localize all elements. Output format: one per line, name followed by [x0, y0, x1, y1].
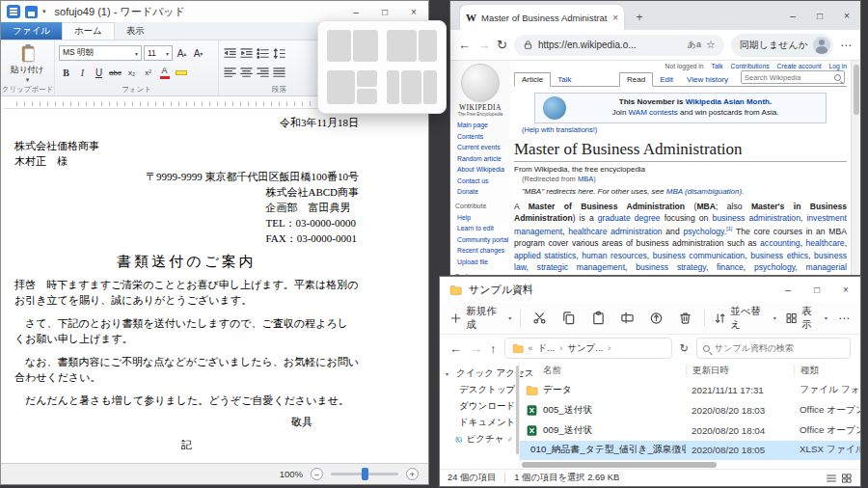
font-size-combobox[interactable]: 11 ▾ [144, 45, 173, 61]
table-row[interactable]: データ 2021/11/11 17:31 ファイル フォルダー [520, 381, 860, 401]
sidebar-link[interactable]: Current events [457, 142, 510, 153]
copy-button[interactable] [558, 308, 579, 329]
browser-menu-icon[interactable]: ⋯ [840, 39, 853, 52]
tab-talk[interactable]: Talk [551, 73, 578, 86]
sidebar-link[interactable]: Random article [457, 153, 510, 165]
back-button[interactable]: ← [449, 341, 462, 356]
view-button[interactable]: 表示 ▾ [785, 305, 827, 332]
explorer-search-box[interactable] [696, 338, 851, 359]
increase-indent-icon[interactable] [239, 46, 254, 61]
tab-home[interactable]: ホーム [62, 22, 115, 40]
help-translations-link[interactable]: (Help with translations!) [522, 125, 847, 134]
close-button[interactable]: × [399, 1, 428, 22]
breadcrumb-overflow-icon[interactable]: « [529, 343, 533, 353]
page-scrollbar[interactable] [851, 61, 860, 275]
column-header-name[interactable]: 名前 [520, 365, 686, 377]
quick-access-item[interactable]: ▾ クイック アクセス [440, 366, 519, 382]
sidebar-link[interactable]: Donate [457, 186, 510, 198]
horizontal-scrollbar[interactable] [520, 460, 860, 469]
address-bar[interactable]: https://en.wikipedia.o... あa ☆ [514, 35, 724, 56]
asian-month-banner[interactable]: This November is Wikipedia Asian Month. … [534, 93, 827, 123]
translate-icon[interactable]: あa [688, 39, 701, 51]
justify-icon[interactable] [272, 66, 286, 80]
maximize-button[interactable]: □ [370, 1, 399, 22]
wikipedia-globe-logo[interactable] [461, 64, 500, 102]
refresh-button[interactable]: ↻ [497, 38, 507, 52]
breadcrumb-item[interactable]: ド... [538, 342, 556, 355]
tab-close-icon[interactable]: × [612, 13, 618, 23]
subscript-button[interactable]: x₂ [124, 65, 139, 80]
sidebar-link[interactable]: Help [457, 212, 510, 224]
save-icon[interactable] [25, 6, 38, 18]
minimize-button[interactable]: – [773, 277, 802, 302]
snap-layout-three-columns[interactable] [386, 69, 439, 105]
underline-button[interactable]: U [92, 65, 106, 80]
quick-access-dropdown-icon[interactable]: ▾ [42, 8, 46, 15]
new-button[interactable]: 新規作成 ▾ [449, 305, 511, 332]
strikethrough-button[interactable]: abc [108, 65, 122, 80]
sync-profile-button[interactable]: 同期しませんか [731, 34, 833, 57]
align-left-icon[interactable] [223, 66, 237, 80]
rename-button[interactable] [617, 308, 637, 329]
up-button[interactable]: ↑ [490, 341, 497, 356]
sidebar-link[interactable]: Upload file [457, 257, 510, 268]
minimize-button[interactable]: – [341, 1, 370, 22]
bold-button[interactable]: B [59, 65, 73, 80]
sidebar-link[interactable]: Recent changes [457, 245, 510, 257]
favorite-star-icon[interactable]: ☆ [706, 39, 716, 51]
align-right-icon[interactable] [256, 66, 270, 80]
line-spacing-icon[interactable] [272, 46, 286, 61]
superscript-button[interactable]: x² [141, 65, 155, 80]
delete-button[interactable] [675, 308, 695, 329]
see-more-icon[interactable]: ⋯ [838, 312, 851, 325]
back-button[interactable]: ← [458, 38, 471, 52]
list-icon[interactable] [256, 46, 270, 61]
tab-view[interactable]: 表示 [115, 22, 156, 40]
sidebar-item-pictures[interactable]: ピクチャ [440, 431, 519, 447]
sidebar-link[interactable]: Learn to edit [457, 223, 510, 234]
wiki-search-input[interactable] [745, 73, 831, 82]
minimize-button[interactable]: – [779, 1, 806, 30]
sidebar-link[interactable]: Main page [457, 120, 510, 131]
grow-font-button[interactable]: A [175, 45, 189, 61]
personal-link-login[interactable]: Log in [828, 63, 847, 69]
font-name-combobox[interactable]: MS 明朝 ▾ [59, 45, 142, 61]
details-view-icon[interactable] [826, 473, 837, 484]
address-breadcrumb[interactable]: « ド... › サンプ... › [504, 338, 672, 359]
chevron-down-icon[interactable]: ▾ [446, 370, 448, 377]
cut-button[interactable] [529, 308, 550, 329]
explorer-search-input[interactable] [715, 343, 830, 353]
browser-tab[interactable]: W Master of Business Administrati... × [460, 5, 624, 30]
share-button[interactable] [646, 308, 666, 329]
personal-link-contributions[interactable]: Contributions [731, 63, 770, 69]
table-row[interactable]: 005_送付状 2020/08/20 18:03 Office オープン X..… [520, 400, 860, 420]
zoom-out-button[interactable]: − [311, 468, 323, 480]
snap-layout-two-wide-left[interactable] [386, 29, 439, 63]
close-button[interactable]: × [833, 1, 860, 30]
snap-layout-two-equal[interactable] [326, 29, 379, 63]
shrink-font-button[interactable]: A [191, 45, 205, 61]
tab-file[interactable]: ファイル [1, 22, 62, 40]
zoom-in-button[interactable]: + [406, 468, 419, 480]
refresh-button[interactable]: ↻ [680, 342, 689, 355]
tab-view-history[interactable]: View history [680, 73, 735, 86]
tab-edit[interactable]: Edit [653, 73, 680, 86]
paste-dropdown-icon[interactable]: ▾ [26, 76, 30, 84]
large-icons-view-icon[interactable] [841, 473, 853, 484]
paste-button[interactable] [588, 308, 609, 329]
sidebar-link[interactable]: Community portal [457, 234, 510, 246]
new-tab-button[interactable]: + [630, 8, 649, 27]
close-button[interactable]: × [831, 277, 860, 302]
search-icon[interactable] [834, 74, 841, 81]
font-color-button[interactable]: A [157, 65, 172, 80]
sidebar-item-downloads[interactable]: ダウンロード [440, 398, 519, 415]
sort-button[interactable]: 並べ替え ▾ [714, 305, 776, 332]
zoom-slider[interactable] [331, 473, 398, 475]
maximize-button[interactable]: □ [802, 277, 831, 302]
maximize-button[interactable]: □ [806, 1, 833, 30]
personal-link-talk[interactable]: Talk [712, 63, 723, 69]
snap-layout-left-plus-stack[interactable] [326, 69, 379, 105]
sidebar-link[interactable]: About Wikipedia [457, 164, 510, 176]
personal-link-create-account[interactable]: Create account [776, 63, 821, 69]
tab-article[interactable]: Article [514, 72, 551, 87]
